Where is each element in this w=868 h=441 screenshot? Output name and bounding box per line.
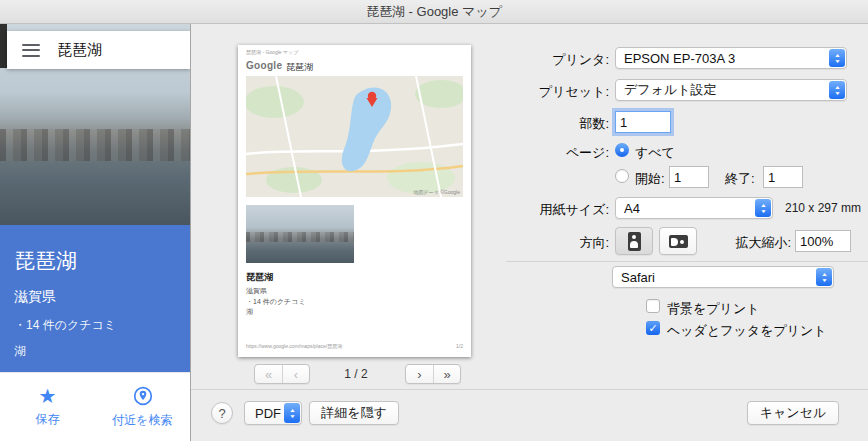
last-page-button[interactable]: » xyxy=(433,365,460,383)
star-icon: ★ xyxy=(39,386,57,406)
portrait-icon xyxy=(628,232,641,251)
app-options-select[interactable]: Safari ▲ ▼ xyxy=(612,266,834,288)
pages-from-label: 開始: xyxy=(635,170,665,188)
presets-value: デフォルト設定 xyxy=(624,81,717,99)
footer-divider xyxy=(191,389,868,390)
window-title: 琵琶湖 - Google マップ xyxy=(366,3,502,21)
printer-value: EPSON EP-703A 3 xyxy=(624,51,735,66)
pages-to-label: 終了: xyxy=(725,170,755,188)
print-headers-label[interactable]: ヘッダとフッタをプリント xyxy=(667,322,827,340)
preview-place-name: 琵琶湖 xyxy=(246,271,273,284)
paper-size-select[interactable]: A4 ▲ ▼ xyxy=(615,197,773,219)
check-icon: ✓ xyxy=(648,323,657,334)
app-options-value: Safari xyxy=(621,270,655,285)
previous-page-button[interactable]: ‹ xyxy=(282,365,309,383)
pages-all-radio[interactable] xyxy=(615,143,629,157)
nearby-pin-icon xyxy=(132,385,154,407)
orientation-landscape-button[interactable] xyxy=(659,227,697,255)
orientation-portrait-button[interactable] xyxy=(615,227,653,255)
menu-icon[interactable] xyxy=(22,44,40,57)
orientation-label: 方向: xyxy=(459,234,609,252)
save-button[interactable]: ★ 保存 xyxy=(0,373,95,441)
preview-header-text: 琵琶湖 - Google マップ xyxy=(246,49,298,55)
print-dialog: 琵琶湖 - Google マップ Google 琵琶湖 地図データ xyxy=(190,24,868,441)
help-button[interactable]: ? xyxy=(211,402,233,424)
section-divider xyxy=(506,261,868,262)
preview-footer-url: https://www.google.com/maps/place/琵琶湖 xyxy=(246,343,342,349)
place-category: 湖 xyxy=(14,343,176,360)
pages-from-input[interactable] xyxy=(669,166,709,188)
cancel-label: キャンセル xyxy=(760,404,827,422)
pdf-label: PDF xyxy=(255,406,281,421)
preview-google-logo: Google xyxy=(246,60,282,71)
popup-stepper-icon: ▲ ▼ xyxy=(829,49,845,67)
chevron-down-icon: ▼ xyxy=(834,91,841,96)
print-headers-checkbox[interactable]: ✓ xyxy=(646,321,660,335)
preview-place-region: 滋賀県 xyxy=(246,286,267,296)
copies-input[interactable] xyxy=(615,111,671,133)
maps-search-box[interactable]: 琵琶湖 xyxy=(7,31,190,69)
first-page-button[interactable]: « xyxy=(255,365,282,383)
cancel-button[interactable]: キャンセル xyxy=(747,401,839,425)
preview-map-graphic: 地図データ ©Google xyxy=(246,76,463,197)
window-titlebar: 琵琶湖 - Google マップ xyxy=(0,0,868,24)
hide-details-button[interactable]: 詳細を隠す xyxy=(309,401,399,425)
pages-to-input[interactable] xyxy=(763,166,803,188)
last-page-icon: » xyxy=(443,367,450,382)
scale-input[interactable] xyxy=(795,230,851,252)
save-label: 保存 xyxy=(36,411,60,428)
photo-dark-edge xyxy=(0,24,7,68)
presets-select[interactable]: デフォルト設定 ▲ ▼ xyxy=(615,79,847,101)
map-attribution: 地図データ ©Google xyxy=(414,189,460,195)
place-info-panel: 琵琶湖 滋賀県 ・14 件のクチコミ 湖 xyxy=(0,225,190,372)
screen: 琵琶湖 - Google マップ 琵琶湖 琵琶湖 滋賀県 ・14 件のクチコミ … xyxy=(0,0,868,441)
printer-label: プリンタ: xyxy=(459,51,609,69)
page-indicator: 1 / 2 xyxy=(326,367,386,381)
previous-page-icon: ‹ xyxy=(294,367,298,382)
next-page-icon: › xyxy=(417,367,421,382)
preview-place-photo xyxy=(246,205,354,263)
popup-stepper-icon: ▲ ▼ xyxy=(284,403,300,423)
preview-query-text: 琵琶湖 xyxy=(286,61,313,74)
chevron-down-icon: ▼ xyxy=(289,414,296,419)
place-region: 滋賀県 xyxy=(14,288,176,306)
print-preview-page: 琵琶湖 - Google マップ Google 琵琶湖 地図データ xyxy=(238,45,471,357)
first-page-icon: « xyxy=(265,367,272,382)
place-reviews[interactable]: ・14 件のクチコミ xyxy=(14,317,176,334)
preview-place-category: 湖 xyxy=(246,307,253,317)
search-query-text: 琵琶湖 xyxy=(57,41,102,60)
paper-size-label: 用紙サイズ: xyxy=(459,201,609,219)
preview-place-reviews: ・14 件のクチコミ xyxy=(246,297,306,307)
pages-range-radio[interactable] xyxy=(615,169,629,183)
pdf-menu-button[interactable]: PDF ▲ ▼ xyxy=(244,401,302,425)
pages-label: ページ: xyxy=(459,144,609,162)
landscape-icon xyxy=(669,235,688,248)
print-background-checkbox[interactable] xyxy=(646,299,660,313)
maps-background: 琵琶湖 琵琶湖 滋賀県 ・14 件のクチコミ 湖 ★ 保存 付近 xyxy=(0,24,190,441)
map-illustration xyxy=(246,76,463,197)
copies-label: 部数: xyxy=(459,115,609,133)
paper-size-value: A4 xyxy=(624,201,640,216)
pager-back-group: « ‹ xyxy=(254,364,310,384)
next-page-button[interactable]: › xyxy=(406,365,433,383)
printer-select[interactable]: EPSON EP-703A 3 ▲ ▼ xyxy=(615,47,847,69)
chevron-down-icon: ▼ xyxy=(834,59,841,64)
popup-stepper-icon: ▲ ▼ xyxy=(829,81,845,99)
popup-stepper-icon: ▲ ▼ xyxy=(755,199,771,217)
chevron-down-icon: ▼ xyxy=(821,278,828,283)
presets-label: プリセット: xyxy=(459,83,609,101)
place-action-bar: ★ 保存 付近を検索 xyxy=(0,372,190,441)
search-nearby-button[interactable]: 付近を検索 xyxy=(95,373,190,441)
question-icon: ? xyxy=(218,406,225,421)
print-background-label[interactable]: 背景をプリント xyxy=(667,300,760,318)
popup-stepper-icon: ▲ ▼ xyxy=(816,268,832,286)
preview-footer-page: 1/2 xyxy=(456,343,463,349)
place-name: 琵琶湖 xyxy=(14,247,176,275)
paper-dimensions: 210 x 297 mm xyxy=(785,201,861,215)
pager-forward-group: › » xyxy=(405,364,461,384)
chevron-down-icon: ▼ xyxy=(760,209,767,214)
nearby-label: 付近を検索 xyxy=(112,412,172,429)
hide-details-label: 詳細を隠す xyxy=(321,404,387,422)
pages-all-label[interactable]: すべて xyxy=(635,144,675,162)
